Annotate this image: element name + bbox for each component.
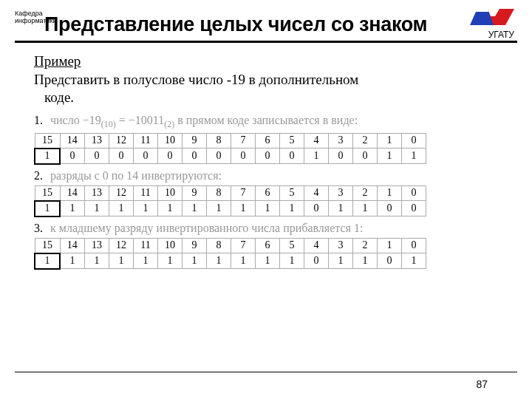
bit-header-cell: 8 [207,185,231,201]
bit-value-cell: 1 [353,253,378,269]
bit-header-cell: 15 [35,185,60,201]
bit-header-cell: 13 [85,133,109,149]
bit-header-cell: 13 [85,185,109,201]
bit-value-cell: 0 [378,253,402,269]
bit-value-cell: 0 [207,149,231,164]
bit-header-cell: 7 [231,133,256,149]
bit-header-cell: 15 [35,133,60,149]
bit-header-cell: 0 [402,185,426,201]
bit-header-cell: 7 [231,238,256,253]
bit-value-cell: 1 [207,201,231,216]
bit-value-cell: 1 [329,201,353,216]
dept-line1: Кафедра [15,10,43,17]
bit-header-cell: 9 [183,238,207,253]
bit-value-cell: 1 [231,253,256,269]
bit-header-cell: 14 [60,185,85,201]
bit-value-cell: 0 [60,149,85,164]
bit-header-cell: 1 [378,238,402,253]
bit-header-cell: 8 [207,133,231,149]
bit-header-cell: 10 [158,133,183,149]
bit-header-cell: 12 [109,238,134,253]
bit-header-cell: 2 [353,133,378,149]
bit-header-cell: 5 [280,238,304,253]
page-number: 87 [476,378,488,390]
bit-value-cell: 1 [256,201,280,216]
bit-value-cell: 1 [60,201,85,216]
bit-value-cell: 0 [85,149,109,164]
bit-value-cell: 1 [158,253,183,269]
bit-header-cell: 6 [256,238,280,253]
bit-header-cell: 4 [304,185,329,201]
bit-header-cell: 0 [402,133,426,149]
bit-value-cell: 1 [280,201,304,216]
bit-value-cell: 1 [85,253,109,269]
bit-value-cell: 1 [109,253,134,269]
steps: 1. число −19(10) = −10011(2) в прямом ко… [34,114,510,270]
bit-value-cell: 1 [183,201,207,216]
bit-value-cell: 1 [158,201,183,216]
page-title: Представление целых чисел со знаком [44,13,517,36]
bit-header-cell: 4 [304,133,329,149]
bit-value-cell: 1 [35,253,60,269]
bit-header-cell: 9 [183,133,207,149]
logo-icon [470,9,514,28]
bit-header-cell: 7 [231,185,256,201]
bit-header-cell: 0 [402,238,426,253]
bit-value-cell: 1 [109,201,134,216]
bit-value-cell: 0 [329,149,353,164]
bit-header-cell: 3 [329,185,353,201]
bit-header-cell: 10 [158,185,183,201]
bit-value-cell: 0 [158,149,183,164]
bit-value-cell: 0 [256,149,280,164]
bit-header-cell: 6 [256,133,280,149]
bit-value-cell: 1 [304,149,329,164]
bit-header-cell: 11 [134,185,158,201]
bit-header-cell: 4 [304,238,329,253]
step-3-table: 15141312111098765432101111111111101101 [34,238,426,270]
bit-value-cell: 1 [378,149,402,164]
bit-value-cell: 0 [134,149,158,164]
bit-value-cell: 1 [134,201,158,216]
bit-header-cell: 14 [60,238,85,253]
bit-header-cell: 6 [256,185,280,201]
bit-header-cell: 13 [85,238,109,253]
dept-line2: информатики [15,17,57,24]
bit-value-cell: 1 [329,253,353,269]
bit-value-cell: 1 [35,201,60,216]
bit-value-cell: 1 [280,253,304,269]
org-label: УГАТУ [488,30,514,40]
step-1-caption: 1. число −19(10) = −10011(2) в прямом ко… [34,114,510,130]
department-label: Кафедра информатики [15,10,57,25]
bit-value-cell: 1 [231,201,256,216]
step-2-caption: 2. разряды с 0 по 14 инвертируются: [34,169,510,183]
bit-header-cell: 12 [109,133,134,149]
bit-value-cell: 1 [134,253,158,269]
step-2-table: 15141312111098765432101111111111101100 [34,185,426,217]
bit-value-cell: 0 [378,201,402,216]
bit-value-cell: 1 [402,253,426,269]
step-3-caption: 3. к младшему разряду инвертированного ч… [34,222,510,235]
bit-value-cell: 1 [35,149,60,164]
bit-value-cell: 1 [207,253,231,269]
bit-header-cell: 2 [353,238,378,253]
bit-header-cell: 2 [353,185,378,201]
bit-value-cell: 0 [304,253,329,269]
bit-value-cell: 0 [280,149,304,164]
bit-header-cell: 5 [280,133,304,149]
bit-value-cell: 0 [402,201,426,216]
bit-value-cell: 1 [183,253,207,269]
bit-header-cell: 5 [280,185,304,201]
bit-header-cell: 3 [329,238,353,253]
bit-header-cell: 15 [35,238,60,253]
bit-value-cell: 0 [231,149,256,164]
bit-value-cell: 0 [304,201,329,216]
bottom-divider [15,372,517,372]
step-1-table: 15141312111098765432101000000000010011 [34,133,426,165]
bit-header-cell: 11 [134,238,158,253]
example-task: Представить в полуслове число -19 в допо… [34,71,510,106]
bit-value-cell: 1 [353,201,378,216]
bit-value-cell: 0 [353,149,378,164]
header: Кафедра информатики Представление целых … [0,0,532,36]
bit-value-cell: 1 [402,149,426,164]
bit-header-cell: 11 [134,133,158,149]
